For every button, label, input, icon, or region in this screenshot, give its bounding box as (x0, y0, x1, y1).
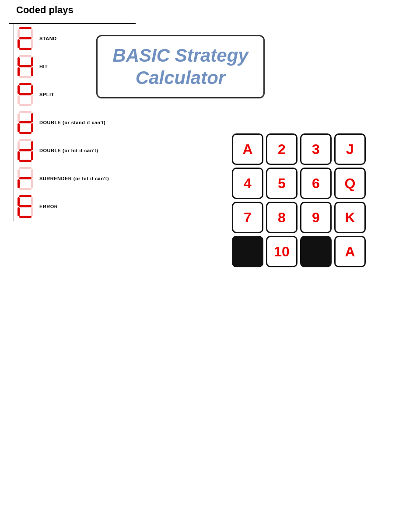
svg-rect-48 (19, 216, 32, 218)
svg-rect-37 (31, 169, 33, 178)
legend-stand: STAND (17, 26, 109, 51)
svg-rect-24 (19, 121, 32, 123)
svg-rect-8 (18, 57, 20, 66)
card-black-2[interactable] (300, 236, 332, 267)
svg-rect-21 (19, 111, 32, 113)
error-label: ERROR (39, 204, 58, 209)
vertical-line (13, 24, 14, 221)
svg-rect-31 (19, 149, 32, 151)
hit-digit (17, 54, 34, 79)
svg-rect-16 (31, 85, 33, 94)
svg-rect-44 (31, 197, 33, 206)
svg-rect-22 (18, 113, 20, 122)
legend-double-hit: DOUBLE (or hit if can't) (17, 138, 109, 163)
card-A-2[interactable]: A (334, 236, 366, 267)
svg-rect-40 (31, 179, 33, 188)
svg-rect-34 (19, 160, 32, 162)
card-4[interactable]: 4 (232, 168, 263, 199)
double-stand-digit (17, 110, 34, 135)
svg-rect-28 (19, 139, 32, 141)
card-10[interactable]: 10 (266, 236, 298, 267)
legend-split: SPLIT (17, 82, 109, 107)
svg-rect-19 (31, 95, 33, 104)
page-title: Coded plays (16, 0, 74, 20)
svg-rect-41 (19, 188, 32, 190)
double-hit-label: DOUBLE (or hit if can't) (39, 148, 98, 153)
svg-rect-6 (19, 48, 32, 50)
card-6[interactable]: 6 (300, 168, 332, 199)
svg-rect-0 (19, 27, 32, 29)
svg-rect-18 (18, 95, 20, 104)
svg-rect-38 (19, 177, 32, 179)
svg-rect-42 (19, 195, 32, 197)
card-A-1[interactable]: A (232, 133, 263, 165)
surrender-label: SURRENDER (or hit if can't) (39, 176, 109, 181)
svg-rect-30 (31, 141, 33, 150)
svg-rect-9 (31, 57, 33, 66)
svg-rect-2 (31, 29, 33, 38)
svg-rect-47 (31, 207, 33, 216)
svg-rect-29 (18, 141, 20, 150)
surrender-digit (17, 166, 34, 191)
header: Coded plays (16, 0, 74, 20)
stand-digit (17, 26, 34, 51)
svg-rect-35 (19, 167, 32, 169)
card-Q[interactable]: Q (334, 168, 366, 199)
legend-surrender: SURRENDER (or hit if can't) (17, 166, 109, 191)
card-9[interactable]: 9 (300, 202, 332, 233)
svg-rect-45 (19, 205, 32, 207)
svg-rect-33 (31, 151, 33, 160)
svg-rect-17 (19, 93, 32, 95)
svg-rect-11 (18, 67, 20, 76)
split-digit (17, 82, 34, 107)
svg-rect-27 (19, 132, 32, 134)
split-label: SPLIT (39, 92, 54, 97)
svg-rect-36 (18, 169, 20, 178)
svg-rect-7 (19, 55, 32, 57)
svg-rect-13 (19, 76, 32, 78)
legend: STAND HIT SPLIT (17, 26, 109, 222)
card-3[interactable]: 3 (300, 133, 332, 165)
double-stand-label: DOUBLE (or stand if can't) (39, 120, 105, 125)
legend-double-stand: DOUBLE (or stand if can't) (17, 110, 109, 135)
card-K[interactable]: K (334, 202, 366, 233)
svg-rect-5 (31, 39, 33, 48)
stand-label: STAND (39, 36, 57, 41)
card-2[interactable]: 2 (266, 133, 298, 165)
card-grid: A 2 3 J 4 5 6 Q 7 8 9 K 10 A (232, 133, 366, 267)
svg-rect-46 (18, 207, 20, 216)
card-7[interactable]: 7 (232, 202, 263, 233)
svg-rect-43 (18, 197, 20, 206)
svg-rect-15 (18, 85, 20, 94)
legend-hit: HIT (17, 54, 109, 79)
svg-rect-25 (18, 123, 20, 132)
card-J[interactable]: J (334, 133, 366, 165)
card-8[interactable]: 8 (266, 202, 298, 233)
svg-rect-4 (18, 39, 20, 48)
svg-rect-1 (18, 29, 20, 38)
svg-rect-10 (19, 65, 32, 67)
svg-rect-12 (31, 67, 33, 76)
legend-error: ERROR (17, 194, 109, 219)
card-black-1[interactable] (232, 236, 263, 267)
card-5[interactable]: 5 (266, 168, 298, 199)
svg-rect-39 (18, 179, 20, 188)
calculator-box: BASIC Strategy Calculator (96, 35, 265, 98)
svg-rect-26 (31, 123, 33, 132)
hit-label: HIT (39, 64, 48, 69)
svg-rect-3 (19, 37, 32, 39)
svg-rect-20 (19, 104, 32, 106)
double-hit-digit (17, 138, 34, 163)
svg-rect-14 (19, 83, 32, 85)
calculator-title: BASIC Strategy Calculator (112, 45, 248, 89)
header-underline (9, 23, 136, 24)
svg-rect-23 (31, 113, 33, 122)
error-digit (17, 194, 34, 219)
svg-rect-32 (18, 151, 20, 160)
